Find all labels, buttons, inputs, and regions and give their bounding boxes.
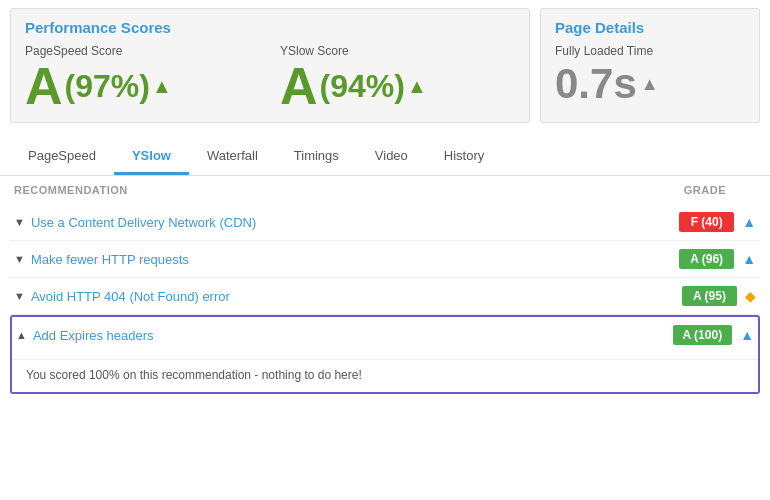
page-details-value: 0.7s ▲ <box>555 60 745 108</box>
yslow-arrow: ▲ <box>407 76 427 96</box>
tab-video[interactable]: Video <box>357 139 426 175</box>
pagespeed-value: A (97%) ▲ <box>25 60 260 112</box>
grade-badge-404: A (95) <box>682 286 737 306</box>
content-section: RECOMMENDATION GRADE ▼ Use a Content Del… <box>0 176 770 394</box>
action-chevron-http-requests[interactable]: ▲ <box>742 251 756 267</box>
rec-arrow-cdn[interactable]: ▼ <box>14 216 25 228</box>
scores-body: PageSpeed Score A (97%) ▲ YSlow Score A … <box>25 44 515 112</box>
page-details-panel: Page Details Fully Loaded Time 0.7s ▲ <box>540 8 760 123</box>
grade-badge-expires: A (100) <box>673 325 733 345</box>
yslow-score: YSlow Score A (94%) ▲ <box>280 44 515 112</box>
column-headers: RECOMMENDATION GRADE <box>10 176 760 204</box>
yslow-percent: (94%) <box>320 70 405 102</box>
tab-history[interactable]: History <box>426 139 502 175</box>
rec-arrow-http-requests[interactable]: ▼ <box>14 253 25 265</box>
yslow-grade: A <box>280 60 318 112</box>
scores-title: Performance Scores <box>25 19 515 36</box>
rec-link-cdn[interactable]: Use a Content Delivery Network (CDN) <box>31 215 256 230</box>
tabs-bar: PageSpeed YSlow Waterfall Timings Video … <box>0 139 770 176</box>
grade-badge-http-requests: A (96) <box>679 249 734 269</box>
pagespeed-label: PageSpeed Score <box>25 44 260 58</box>
rec-arrow-expires[interactable]: ▲ <box>16 329 27 341</box>
recommendation-col-header: RECOMMENDATION <box>14 184 128 196</box>
page-details-title: Page Details <box>555 19 745 36</box>
loaded-time: 0.7s <box>555 60 637 108</box>
scores-panel: Performance Scores PageSpeed Score A (97… <box>10 8 530 123</box>
loaded-time-arrow: ▲ <box>641 74 659 95</box>
expires-expanded-text: You scored 100% on this recommendation -… <box>26 368 362 382</box>
rec-right-http-requests: A (96) ▲ <box>679 249 756 269</box>
rec-right-expires: A (100) ▲ <box>673 325 754 345</box>
rec-right-cdn: F (40) ▲ <box>679 212 756 232</box>
expires-expanded-content: You scored 100% on this recommendation -… <box>12 360 758 392</box>
grade-col-header: GRADE <box>684 184 726 196</box>
rec-row-expires: ▲ Add Expires headers A (100) ▲ You scor… <box>10 315 760 394</box>
tab-yslow[interactable]: YSlow <box>114 139 189 175</box>
rec-left-http-requests: ▼ Make fewer HTTP requests <box>14 252 189 267</box>
rec-left-cdn: ▼ Use a Content Delivery Network (CDN) <box>14 215 256 230</box>
yslow-label: YSlow Score <box>280 44 515 58</box>
rec-row-main-expires: ▲ Add Expires headers A (100) ▲ <box>12 317 758 353</box>
rec-row-404: ▼ Avoid HTTP 404 (Not Found) error A (95… <box>10 278 760 315</box>
pagespeed-percent: (97%) <box>65 70 150 102</box>
rec-right-404: A (95) ◆ <box>682 286 756 306</box>
action-chevron-cdn[interactable]: ▲ <box>742 214 756 230</box>
pagespeed-grade: A <box>25 60 63 112</box>
rec-left-404: ▼ Avoid HTTP 404 (Not Found) error <box>14 289 230 304</box>
rec-row-cdn: ▼ Use a Content Delivery Network (CDN) F… <box>10 204 760 241</box>
pagespeed-score: PageSpeed Score A (97%) ▲ <box>25 44 260 112</box>
rec-link-expires[interactable]: Add Expires headers <box>33 328 154 343</box>
grade-badge-cdn: F (40) <box>679 212 734 232</box>
tab-timings[interactable]: Timings <box>276 139 357 175</box>
rec-link-http-requests[interactable]: Make fewer HTTP requests <box>31 252 189 267</box>
action-chevron-expires[interactable]: ▲ <box>740 327 754 343</box>
yslow-value: A (94%) ▲ <box>280 60 515 112</box>
rec-left-expires: ▲ Add Expires headers <box>16 328 154 343</box>
tab-waterfall[interactable]: Waterfall <box>189 139 276 175</box>
rec-row-http-requests: ▼ Make fewer HTTP requests A (96) ▲ <box>10 241 760 278</box>
rec-link-404[interactable]: Avoid HTTP 404 (Not Found) error <box>31 289 230 304</box>
tab-pagespeed[interactable]: PageSpeed <box>10 139 114 175</box>
action-diamond-404[interactable]: ◆ <box>745 288 756 304</box>
rec-arrow-404[interactable]: ▼ <box>14 290 25 302</box>
page-details-label: Fully Loaded Time <box>555 44 745 58</box>
pagespeed-arrow: ▲ <box>152 76 172 96</box>
